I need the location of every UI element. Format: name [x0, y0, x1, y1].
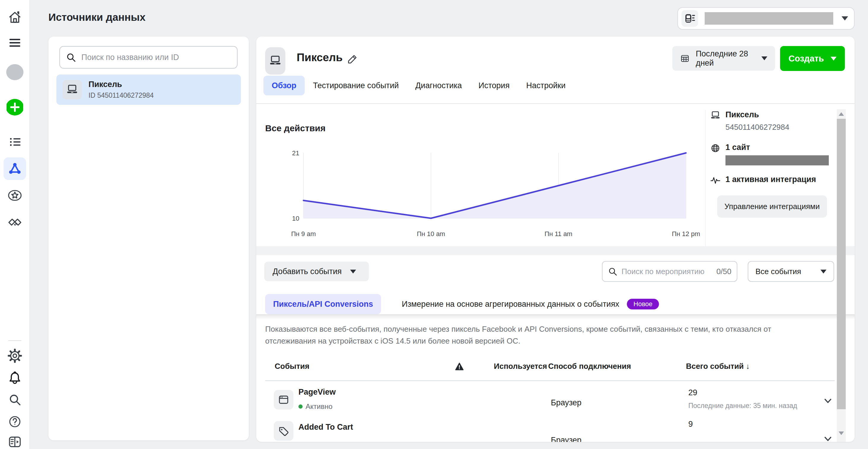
- expand-chevron-icon[interactable]: [823, 396, 833, 406]
- info-integrations-label: 1 активная интеграция: [725, 175, 816, 186]
- create-button-label: Создать: [788, 54, 824, 64]
- event-name: PageView: [299, 388, 336, 397]
- chart-svg: [304, 153, 686, 218]
- vertical-scrollbar[interactable]: [837, 109, 846, 442]
- source-search-input[interactable]: [81, 53, 231, 62]
- info-sites-row: 1 сайт: [710, 143, 750, 154]
- overview-list-icon[interactable]: [7, 134, 23, 150]
- scroll-down-arrow[interactable]: [839, 431, 844, 435]
- partner-handshake-icon[interactable]: [7, 215, 23, 230]
- tab-diagnostics[interactable]: Диагностика: [407, 76, 470, 95]
- event-filter-dropdown[interactable]: Все события: [748, 261, 834, 282]
- section-gap: [256, 246, 855, 255]
- pixel-title: Пиксель: [297, 52, 343, 64]
- date-range-selector[interactable]: Последние 28 дней: [672, 46, 775, 71]
- source-search: [59, 46, 238, 69]
- create-button[interactable]: Создать: [780, 46, 845, 71]
- scrollbar-thumb[interactable]: [837, 119, 846, 409]
- chart-x-axis: Пн 9 amПн 10 amПн 11 amПн 12 pm: [304, 230, 686, 239]
- header-divider: [256, 103, 855, 104]
- manage-integrations-button[interactable]: Управление интеграциями: [717, 195, 827, 218]
- tab-bar-shadow: [256, 314, 855, 320]
- source-list-item-pixel[interactable]: Пиксель ID 545011406272984: [56, 74, 241, 105]
- search-char-counter: 0/50: [716, 267, 732, 276]
- tab-test-events[interactable]: Тестирование событий: [305, 76, 407, 95]
- col-total[interactable]: Всего событий ↓: [686, 362, 750, 371]
- left-icon-rail: [0, 0, 30, 449]
- table-row-pageview[interactable]: PageView Активно Браузер 29 Последние да…: [265, 385, 844, 420]
- x-tick-label: Пн 9 am: [291, 230, 316, 238]
- home-icon[interactable]: [7, 9, 23, 25]
- pixel-tabs: Обзор Тестирование событий Диагностика И…: [264, 74, 574, 97]
- new-badge: Новое: [627, 299, 659, 310]
- chart-y-axis: 2110: [259, 153, 299, 218]
- avatar[interactable]: [6, 64, 24, 80]
- create-plus-button[interactable]: [6, 99, 23, 115]
- add-events-label: Добавить события: [273, 267, 342, 276]
- info-pixel-name: Пиксель: [725, 110, 759, 121]
- settings-gear-icon[interactable]: [7, 348, 23, 363]
- event-status-label: Активно: [306, 403, 333, 411]
- data-sources-icon-active[interactable]: [4, 157, 26, 180]
- active-status-dot: [299, 405, 303, 409]
- event-connection: Браузер: [551, 398, 582, 408]
- y-tick-label: 10: [292, 215, 299, 222]
- info-sites-label: 1 сайт: [725, 143, 750, 154]
- tab-settings[interactable]: Настройки: [518, 76, 574, 95]
- search-icon[interactable]: [7, 392, 23, 408]
- search-icon: [608, 267, 617, 276]
- menu-icon[interactable]: [7, 35, 23, 51]
- table-row-added-to-cart[interactable]: Added To Cart Браузер 9: [265, 417, 844, 442]
- globe-icon: [710, 143, 721, 154]
- tab-pixel-api-conversions[interactable]: Пиксель/API Conversions: [265, 294, 381, 314]
- col-used: Используется: [494, 362, 547, 371]
- data-sources-panel: Пиксель ID 545011406272984: [49, 36, 249, 440]
- expand-chevron-icon[interactable]: [823, 434, 833, 442]
- chart-title: Все действия: [265, 123, 326, 133]
- chevron-down-icon: [831, 57, 837, 61]
- tab-aggregated-label: Измерение на основе агрегированных данны…: [402, 300, 619, 309]
- collapse-sidebar-icon[interactable]: [7, 434, 23, 449]
- scroll-up-arrow[interactable]: [839, 112, 844, 116]
- chevron-down-icon: [350, 270, 356, 274]
- edit-pencil-icon[interactable]: [346, 53, 359, 66]
- warning-icon: [455, 362, 464, 373]
- chevron-down-icon: [842, 16, 848, 21]
- add-events-button[interactable]: Добавить события: [264, 262, 369, 281]
- event-search-input[interactable]: [622, 267, 714, 276]
- redacted-site-url: [725, 155, 829, 165]
- rail-divider: [8, 340, 21, 341]
- event-name: Added To Cart: [299, 423, 353, 432]
- pixel-header-icon-tile: [265, 47, 285, 74]
- source-name: Пиксель: [89, 80, 154, 89]
- event-total: 29: [688, 388, 697, 397]
- x-tick-label: Пн 11 am: [545, 230, 572, 238]
- event-search: 0/50: [602, 261, 737, 282]
- notifications-bell-icon[interactable]: [7, 370, 23, 385]
- event-status: Активно: [299, 403, 333, 411]
- col-events: События: [275, 362, 309, 371]
- tab-history[interactable]: История: [470, 76, 518, 95]
- info-pixel-id: 545011406272984: [725, 123, 789, 132]
- events-description: Показываются все веб-события, полученные…: [265, 323, 824, 347]
- col-connection: Способ подключения: [548, 362, 631, 371]
- business-tools-icon: [682, 10, 698, 27]
- account-selector[interactable]: [677, 7, 855, 30]
- info-panel-divider: [705, 110, 706, 247]
- calendar-icon: [680, 53, 690, 64]
- pixel-detail-panel: Пиксель Обзор Тестирование событий Диагн…: [256, 36, 855, 442]
- pixel-laptop-icon: [62, 80, 82, 99]
- y-tick-label: 21: [292, 149, 299, 157]
- pixel-laptop-icon: [710, 110, 721, 121]
- page-title: Источники данных: [49, 11, 146, 23]
- help-icon[interactable]: [7, 414, 23, 429]
- browser-window-icon: [274, 390, 293, 410]
- tab-aggregated-event-measurement[interactable]: Измерение на основе агрегированных данны…: [402, 294, 659, 314]
- all-activity-chart: [304, 153, 686, 218]
- info-pixel-row: Пиксель: [710, 110, 759, 121]
- custom-conversions-star-icon[interactable]: [7, 188, 23, 203]
- tab-overview[interactable]: Обзор: [264, 76, 305, 95]
- tag-icon: [274, 421, 293, 441]
- source-id: ID 545011406272984: [89, 92, 154, 99]
- col-total-label: Всего событий: [686, 362, 744, 371]
